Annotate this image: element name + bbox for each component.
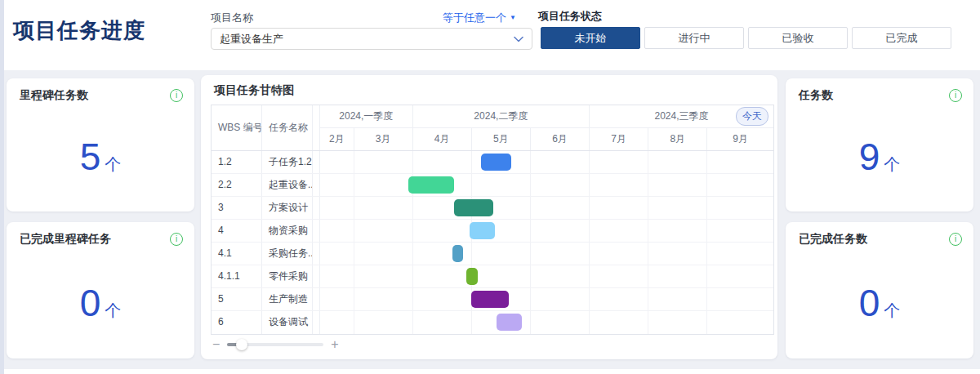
column-header-task-name: 任务名称 — [262, 105, 313, 150]
cell-wbs: 2.2 — [212, 174, 262, 196]
month-gridline — [412, 220, 413, 242]
cell-wbs: 4.1.1 — [212, 265, 262, 287]
month-header-9月: 9月 — [706, 128, 773, 150]
stat-unit: 个 — [884, 300, 900, 322]
cell-start-clipped: 2 — [313, 220, 320, 242]
month-gridline — [354, 174, 354, 196]
month-gridline — [354, 265, 354, 287]
gantt-bar-2.2[interactable] — [408, 176, 455, 194]
month-row: 2月3月4月5月6月7月8月9月 — [320, 128, 773, 150]
gantt-bar-1.2[interactable] — [481, 154, 511, 171]
month-gridline — [530, 243, 531, 265]
status-button-2[interactable]: 进行中 — [644, 27, 744, 49]
today-button[interactable]: 今天 — [736, 107, 768, 126]
stat-number: 0 — [80, 281, 101, 325]
zoom-slider-handle[interactable] — [236, 339, 247, 350]
cell-start-clipped: 2 — [313, 311, 320, 334]
month-header-3月: 3月 — [354, 128, 412, 150]
month-gridline — [412, 197, 413, 219]
month-gridline — [530, 220, 531, 242]
info-icon[interactable]: i — [170, 233, 183, 246]
month-gridline — [589, 174, 590, 196]
month-gridline — [589, 197, 590, 219]
row-timeline — [320, 288, 773, 310]
month-gridline — [648, 288, 648, 310]
left-edge-strip — [0, 0, 4, 374]
gantt-bar-4.1[interactable] — [452, 245, 463, 262]
status-button-4[interactable]: 已完成 — [852, 27, 951, 49]
row-timeline — [320, 265, 773, 287]
month-gridline — [648, 243, 648, 265]
month-gridline — [412, 151, 413, 173]
row-timeline — [320, 151, 773, 173]
status-button-3[interactable]: 已验收 — [748, 27, 848, 49]
status-filter-label: 项目任务状态 — [538, 9, 602, 24]
stat-number: 5 — [80, 135, 101, 179]
gantt-zoom-control: − + — [212, 338, 339, 351]
month-gridline — [589, 243, 590, 265]
row-timeline — [320, 311, 773, 334]
next-section-edge — [4, 369, 980, 374]
cell-task-name: 方案设计 — [262, 197, 313, 219]
cell-task-name: 零件采购 — [262, 265, 313, 287]
cell-wbs: 5 — [212, 288, 262, 310]
month-gridline — [648, 311, 648, 334]
month-gridline — [412, 311, 413, 334]
gantt-bar-5[interactable] — [471, 291, 510, 308]
cell-task-name: 物资采购 — [262, 220, 313, 242]
month-gridline — [648, 174, 648, 196]
cell-start-clipped: 2 — [313, 174, 320, 196]
info-icon[interactable]: i — [949, 89, 962, 102]
stat-card-value: 9个 — [786, 135, 973, 179]
gantt-bar-4[interactable] — [470, 222, 495, 239]
info-icon[interactable]: i — [949, 233, 962, 246]
month-gridline — [354, 243, 354, 265]
stat-card-value: 0个 — [7, 281, 194, 325]
cell-task-name: 起重设备... — [262, 174, 313, 196]
month-gridline — [530, 288, 531, 310]
caret-down-icon: ▼ — [510, 14, 516, 21]
row-timeline — [320, 197, 773, 219]
month-gridline — [706, 220, 707, 242]
gantt-bar-4.1.1[interactable] — [466, 268, 478, 285]
month-gridline — [589, 288, 590, 310]
cell-task-name: 采购任务... — [262, 243, 313, 265]
stat-card-title: 已完成任务数 — [799, 232, 867, 247]
column-header-start-clipped: 开 — [313, 105, 320, 150]
info-icon[interactable]: i — [170, 89, 183, 102]
month-gridline — [648, 197, 648, 219]
month-gridline — [354, 311, 354, 334]
cell-start-clipped: 2 — [313, 151, 320, 173]
status-button-1[interactable]: 未开始 — [541, 27, 640, 49]
gantt-body: 1.2子任务1.222.2起重设备...23方案设计24物资采购24.1采购任务… — [212, 151, 773, 334]
stat-unit: 个 — [105, 300, 121, 322]
project-name-select[interactable]: 起重设备生产 — [211, 28, 532, 50]
row-timeline — [320, 220, 773, 242]
month-gridline — [706, 288, 707, 310]
month-gridline — [530, 174, 531, 196]
stat-card-title: 里程碑任务数 — [20, 88, 88, 103]
zoom-in-button[interactable]: + — [331, 338, 338, 351]
cell-task-name: 设备调试 — [262, 311, 313, 334]
gantt-row: 5生产制造2 — [212, 288, 773, 311]
month-gridline — [530, 265, 531, 287]
cell-wbs: 4 — [212, 220, 262, 242]
month-gridline — [412, 243, 413, 265]
month-gridline — [589, 220, 590, 242]
gantt-row: 1.2子任务1.22 — [212, 151, 773, 174]
month-header-8月: 8月 — [648, 128, 706, 150]
zoom-slider-track[interactable] — [227, 343, 323, 346]
project-name-value: 起重设备生产 — [220, 32, 283, 47]
stat-card-task-total: 任务数i9个 — [786, 78, 973, 211]
stat-card-title: 任务数 — [799, 88, 833, 103]
zoom-out-button[interactable]: − — [212, 338, 220, 351]
month-gridline — [471, 243, 472, 265]
gantt-bar-3[interactable] — [454, 199, 493, 216]
month-gridline — [648, 220, 648, 242]
month-gridline — [412, 288, 413, 310]
quarter-header-2: 2024,二季度 — [412, 105, 589, 127]
gantt-bar-6[interactable] — [497, 314, 522, 331]
project-operator-dropdown[interactable]: 等于任意一个▼ — [408, 11, 516, 25]
cell-task-name: 子任务1.2 — [262, 151, 313, 173]
month-gridline — [589, 311, 590, 334]
